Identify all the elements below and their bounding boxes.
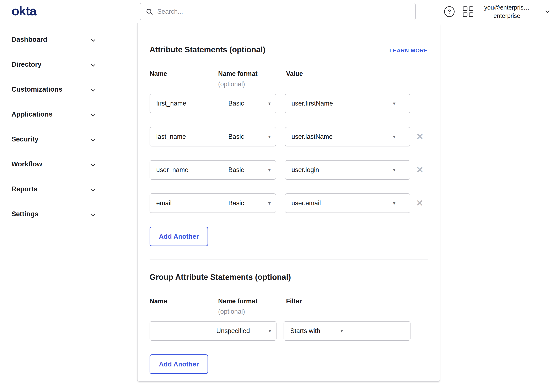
column-header-value: Value: [286, 70, 303, 78]
attr-name-input[interactable]: [150, 194, 222, 212]
sidebar-item-label: Directory: [11, 61, 42, 68]
attr-format-value: Basic: [228, 166, 244, 174]
account-menu[interactable]: you@enterpris… enterprise: [476, 3, 538, 20]
group-attribute-rows: Unspecified ▾ Starts with ▾: [149, 321, 428, 341]
apps-grid-icon[interactable]: [463, 6, 473, 17]
column-header-name: Name: [149, 70, 167, 78]
sidebar-item-label: Dashboard: [11, 35, 47, 44]
group-filter-type-value: Starts with: [290, 327, 320, 335]
chevron-down-icon: [91, 87, 95, 91]
learn-more-link[interactable]: LEARN MORE: [389, 47, 428, 54]
remove-row-button[interactable]: ✕: [416, 166, 423, 174]
group-attribute-row: Unspecified ▾ Starts with ▾: [149, 321, 428, 341]
column-header-filter: Filter: [286, 297, 302, 305]
grid-square: [463, 12, 467, 17]
attribute-rows: Basic ▾ ▾ Basic ▾: [149, 94, 428, 213]
group-format-value: Unspecified: [216, 327, 250, 335]
sidebar-item-reports[interactable]: Reports: [0, 177, 107, 201]
attribute-row: Basic ▾ ▾ ✕: [149, 193, 428, 213]
sidebar-nav: Dashboard Directory Customizations Appli…: [0, 23, 107, 392]
attr-format-select[interactable]: Basic ▾: [222, 161, 276, 179]
section-divider: [149, 33, 428, 33]
caret-down-icon: ▾: [269, 328, 271, 333]
sidebar-item-directory[interactable]: Directory: [0, 52, 107, 77]
caret-down-icon: ▾: [268, 134, 271, 139]
column-header-format: Name format: [218, 297, 258, 305]
sidebar-item-label: Workflow: [11, 160, 42, 168]
caret-down-icon: ▾: [393, 201, 395, 206]
okta-admin-console: okta ? you@enterpris… enterprise Dashboa…: [0, 0, 558, 392]
chevron-down-icon: [91, 162, 95, 166]
sidebar-item-security[interactable]: Security: [0, 127, 107, 152]
attr-format-select[interactable]: Basic ▾: [222, 94, 276, 113]
sidebar-item-label: Security: [11, 135, 38, 143]
account-org: enterprise: [476, 12, 538, 20]
attr-format-select[interactable]: Basic ▾: [222, 194, 276, 212]
sidebar-item-label: Customizations: [11, 85, 62, 93]
group-name-input[interactable]: [150, 322, 210, 340]
attr-value-input[interactable]: [285, 94, 378, 113]
chevron-down-icon: [91, 112, 95, 116]
caret-down-icon: ▾: [393, 167, 395, 172]
attr-name-input[interactable]: [150, 127, 222, 146]
attr-name-input[interactable]: [150, 94, 222, 113]
account-email: you@enterpris…: [476, 3, 538, 12]
attr-format-value: Basic: [228, 200, 244, 207]
attr-value-input[interactable]: [285, 194, 378, 212]
attribute-row: Basic ▾ ▾: [149, 94, 428, 113]
caret-down-icon: ▾: [268, 101, 271, 106]
sidebar-item-customizations[interactable]: Customizations: [0, 77, 107, 102]
add-another-attribute-button[interactable]: Add Another: [149, 227, 208, 246]
attr-value-expression-button[interactable]: ▾: [378, 94, 410, 113]
remove-row-button[interactable]: ✕: [416, 132, 423, 141]
attr-value-expression-button[interactable]: ▾: [378, 127, 410, 146]
group-filter-value-input[interactable]: [349, 322, 410, 340]
attribute-statements-title: Attribute Statements (optional): [149, 45, 265, 54]
sidebar-item-applications[interactable]: Applications: [0, 102, 107, 127]
attr-value-expression-button[interactable]: ▾: [378, 161, 410, 179]
attribute-column-headers: Name Name format Value: [149, 70, 428, 78]
search-icon: [146, 8, 153, 15]
section-divider: [149, 259, 428, 260]
format-optional-note: (optional): [218, 80, 245, 88]
sidebar-item-workflow[interactable]: Workflow: [0, 152, 107, 177]
grid-square: [469, 6, 473, 11]
attr-name-input[interactable]: [150, 161, 222, 179]
attr-value-expression-button[interactable]: ▾: [378, 194, 410, 212]
attr-format-select[interactable]: Basic ▾: [222, 127, 276, 146]
chevron-down-icon: [91, 212, 95, 216]
chevron-down-icon: [91, 187, 95, 191]
search-input[interactable]: [157, 8, 410, 15]
caret-down-icon: ▾: [393, 134, 395, 139]
grid-square: [469, 12, 473, 17]
caret-down-icon: ▾: [340, 328, 343, 333]
account-chevron-down-icon[interactable]: [545, 9, 550, 13]
chevron-down-icon: [91, 137, 95, 141]
okta-logo[interactable]: okta: [11, 4, 36, 18]
sidebar-item-label: Settings: [11, 210, 38, 218]
global-search[interactable]: [140, 3, 416, 20]
group-format-select[interactable]: Unspecified ▾: [210, 322, 276, 340]
caret-down-icon: ▾: [268, 201, 271, 206]
settings-card: Attribute Statements (optional) LEARN MO…: [137, 23, 440, 382]
attribute-row: Basic ▾ ▾ ✕: [149, 127, 428, 147]
attr-format-value: Basic: [228, 100, 244, 107]
caret-down-icon: ▾: [393, 101, 395, 106]
column-header-name: Name: [149, 297, 167, 305]
remove-row-button[interactable]: ✕: [416, 199, 423, 208]
sidebar-item-settings[interactable]: Settings: [0, 201, 107, 226]
attr-format-value: Basic: [228, 133, 244, 140]
top-bar: okta ? you@enterpris… enterprise: [0, 0, 558, 23]
attr-value-input[interactable]: [285, 127, 378, 146]
help-icon[interactable]: ?: [444, 6, 454, 17]
chevron-down-icon: [91, 62, 95, 67]
sidebar-item-label: Applications: [11, 110, 52, 118]
sidebar-item-dashboard[interactable]: Dashboard: [0, 27, 107, 52]
add-another-group-attribute-button[interactable]: Add Another: [149, 354, 208, 374]
group-filter-type-select[interactable]: Starts with ▾: [284, 322, 349, 340]
chevron-down-icon: [91, 37, 95, 42]
attr-value-input[interactable]: [285, 161, 378, 179]
format-optional-note: (optional): [218, 308, 245, 315]
attribute-row: Basic ▾ ▾ ✕: [149, 160, 428, 180]
group-column-headers: Name Name format Filter: [149, 297, 428, 306]
